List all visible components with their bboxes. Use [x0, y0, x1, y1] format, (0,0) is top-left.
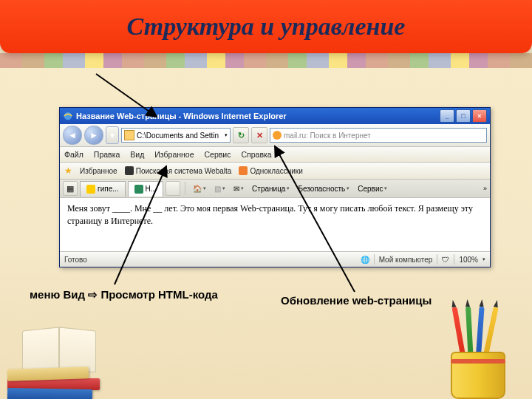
page-text: Меня зовут ____. Мне __ лет. Это моя пер… [67, 203, 473, 226]
favorites-star-icon: ★ [64, 166, 72, 176]
page-content: Меня зовут ____. Мне __ лет. Это моя пер… [60, 198, 490, 252]
window-controls: _ □ × [440, 109, 487, 123]
mail-icon: ✉ [233, 185, 239, 193]
stop-button[interactable]: ✕ [251, 127, 267, 143]
tab-current-label: Н... [146, 185, 157, 193]
menu-file[interactable]: Файл [64, 150, 83, 159]
tools-menu-label: Сервис [358, 185, 383, 193]
zone-label: Мой компьютер [379, 256, 433, 264]
home-button[interactable]: 🏠▾ [190, 185, 209, 193]
favorite-item-odnoklassniki[interactable]: Одноклассники [239, 166, 302, 175]
safety-menu[interactable]: Безопасность▾ [295, 185, 352, 193]
favorite-ok-label: Одноклассники [250, 167, 302, 175]
favorite-item-webalta[interactable]: Поисковая система Webalta [125, 166, 232, 175]
search-provider-icon [273, 131, 282, 140]
slide-title-bar: Структура и управление [0, 0, 532, 53]
search-placeholder: mail.ru: Поиск в Интернет [284, 132, 371, 140]
address-bar[interactable]: C:\Documents and Settin ▾ [121, 128, 231, 143]
menu-edit[interactable]: Правка [94, 150, 120, 159]
decorative-books-strip [0, 53, 532, 68]
menu-view[interactable]: Вид [130, 150, 144, 159]
page-icon [124, 130, 134, 140]
quicktabs-button[interactable]: ▦ [63, 181, 78, 196]
decorative-books [0, 325, 126, 399]
menu-bar: Файл Правка Вид Избранное Сервис Справка [60, 147, 490, 163]
navigation-toolbar: ◄ ► ▾ C:\Documents and Settin ▾ ↻ ✕ mail… [60, 124, 490, 147]
favorites-bar: ★ Избранное Поисковая система Webalta Од… [60, 163, 490, 180]
favorites-label[interactable]: Избранное [80, 167, 117, 175]
minimize-button[interactable]: _ [440, 109, 454, 123]
forward-button[interactable]: ► [84, 126, 103, 145]
tools-menu[interactable]: Сервис▾ [355, 185, 390, 193]
status-text: Готово [64, 256, 87, 264]
back-button[interactable]: ◄ [63, 126, 82, 145]
new-tab-button[interactable] [166, 181, 180, 196]
tab-yandex-label: гипе... [98, 185, 119, 193]
page-tab-icon [134, 185, 143, 194]
window-titlebar: Название Web-страницы - Windows Internet… [60, 108, 490, 124]
separator [185, 182, 185, 195]
home-icon: 🏠 [193, 185, 202, 193]
maximize-button[interactable]: □ [456, 109, 471, 123]
internet-zone-icon: 🌐 [361, 256, 369, 264]
ie-logo-icon [63, 111, 73, 121]
safety-menu-label: Безопасность [298, 185, 345, 193]
nav-dropdown[interactable]: ▾ [106, 126, 119, 144]
odnoklassniki-icon [239, 166, 248, 175]
svg-point-0 [64, 112, 72, 120]
browser-window: Название Web-страницы - Windows Internet… [59, 107, 491, 267]
refresh-button[interactable]: ↻ [233, 127, 249, 143]
decorative-pencil-cup [436, 303, 517, 399]
tab-yandex[interactable]: гипе... [80, 181, 126, 197]
menu-help[interactable]: Справка [241, 150, 271, 159]
tab-bar: ▦ гипе... Н... 🏠▾ ▧▾ ✉▾ Страница▾ Безопа… [60, 180, 490, 198]
webalta-icon [125, 166, 134, 175]
protected-mode-icon: 🛡 [442, 256, 449, 264]
menu-tools[interactable]: Сервис [205, 150, 231, 159]
close-button[interactable]: × [472, 109, 487, 123]
url-dropdown-icon[interactable]: ▾ [225, 132, 228, 138]
annotation-view-menu: меню Вид ⇨ Просмотр HTML-кода [30, 288, 218, 301]
slide-title: Структура и управление [127, 13, 406, 41]
favorite-webalta-label: Поисковая система Webalta [136, 167, 232, 175]
page-menu[interactable]: Страница▾ [249, 185, 293, 193]
tab-current[interactable]: Н... [128, 181, 164, 197]
overflow-chevron-icon[interactable]: » [483, 185, 487, 192]
rss-icon: ▧ [214, 185, 221, 193]
zoom-label[interactable]: 100% [459, 256, 478, 264]
page-menu-label: Страница [252, 185, 285, 193]
search-box[interactable]: mail.ru: Поиск в Интернет [270, 128, 487, 143]
window-title: Название Web-страницы - Windows Internet… [76, 112, 287, 120]
menu-favorites[interactable]: Избранное [154, 150, 194, 159]
annotation-refresh: Обновление web-страницы [281, 294, 432, 307]
yandex-icon [86, 185, 95, 194]
feeds-button[interactable]: ▧▾ [211, 185, 228, 193]
mail-button[interactable]: ✉▾ [231, 185, 247, 193]
status-bar: Готово 🌐 Мой компьютер 🛡 100% ▾ [60, 252, 490, 267]
url-text: C:\Documents and Settin [137, 132, 219, 140]
